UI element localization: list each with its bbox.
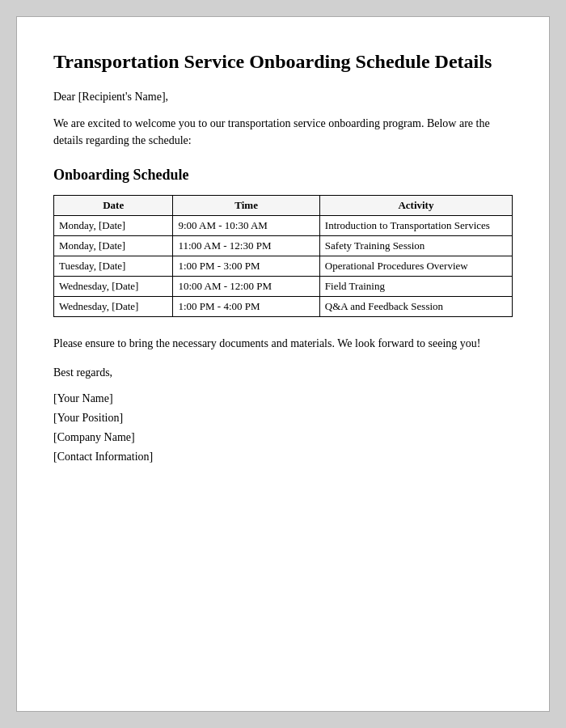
cell-date: Wednesday, [Date]	[54, 277, 173, 297]
signature-company: [Company Name]	[53, 428, 513, 447]
table-row: Tuesday, [Date]1:00 PM - 3:00 PMOperatio…	[54, 256, 513, 277]
header-date: Date	[54, 196, 173, 216]
cell-date: Monday, [Date]	[54, 216, 173, 236]
cell-activity: Safety Training Session	[319, 236, 512, 256]
cell-time: 11:00 AM - 12:30 PM	[173, 236, 319, 256]
cell-date: Wednesday, [Date]	[54, 297, 173, 317]
schedule-heading: Onboarding Schedule	[53, 167, 513, 184]
cell-date: Tuesday, [Date]	[54, 256, 173, 277]
cell-activity: Field Training	[319, 277, 512, 297]
table-row: Wednesday, [Date]10:00 AM - 12:00 PMFiel…	[54, 277, 513, 297]
intro-paragraph: We are excited to welcome you to our tra…	[53, 115, 513, 149]
table-row: Wednesday, [Date]1:00 PM - 4:00 PMQ&A an…	[54, 297, 513, 317]
signature-position: [Your Position]	[53, 408, 513, 428]
document-title: Transportation Service Onboarding Schedu…	[53, 49, 513, 74]
cell-activity: Operational Procedures Overview	[319, 256, 512, 277]
cell-activity: Introduction to Transportation Services	[319, 216, 512, 236]
table-header-row: Date Time Activity	[54, 196, 513, 216]
signature-block: [Your Name] [Your Position] [Company Nam…	[53, 389, 513, 466]
cell-time: 9:00 AM - 10:30 AM	[173, 216, 319, 236]
cell-time: 10:00 AM - 12:00 PM	[173, 277, 319, 297]
cell-date: Monday, [Date]	[54, 236, 173, 256]
salutation: Dear [Recipient's Name],	[53, 91, 513, 104]
table-row: Monday, [Date]9:00 AM - 10:30 AMIntroduc…	[54, 216, 513, 236]
regards-text: Best regards,	[53, 366, 513, 379]
cell-activity: Q&A and Feedback Session	[319, 297, 512, 317]
header-time: Time	[173, 196, 319, 216]
header-activity: Activity	[319, 196, 512, 216]
schedule-table: Date Time Activity Monday, [Date]9:00 AM…	[53, 195, 513, 317]
cell-time: 1:00 PM - 4:00 PM	[173, 297, 319, 317]
page-document: Transportation Service Onboarding Schedu…	[16, 16, 550, 712]
signature-name: [Your Name]	[53, 389, 513, 408]
table-row: Monday, [Date]11:00 AM - 12:30 PMSafety …	[54, 236, 513, 256]
cell-time: 1:00 PM - 3:00 PM	[173, 256, 319, 277]
signature-contact: [Contact Information]	[53, 447, 513, 467]
closing-paragraph: Please ensure to bring the necessary doc…	[53, 335, 513, 352]
